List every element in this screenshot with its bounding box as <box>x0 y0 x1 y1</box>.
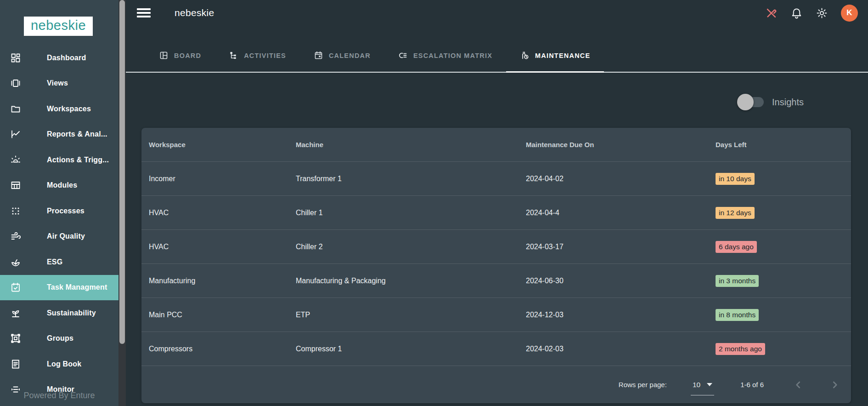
sidebar-item-workspaces[interactable]: Workspaces <box>0 96 118 122</box>
cell-machine: Chiller 2 <box>288 243 519 251</box>
rows-per-page-select[interactable]: 10 <box>691 381 714 389</box>
days-left-badge: 2 months ago <box>716 343 765 355</box>
column-header-machine: Machine <box>288 141 519 149</box>
rows-per-page-label: Rows per page: <box>619 381 667 389</box>
sidebar-scrollbar-thumb[interactable] <box>119 0 125 344</box>
cell-workspace: HVAC <box>141 209 288 217</box>
table-row: HVAC Chiller 2 2024-03-17 6 days ago <box>141 229 851 263</box>
cell-workspace: HVAC <box>141 243 288 251</box>
days-left-badge: 6 days ago <box>716 241 757 253</box>
table-header-row: WorkspaceMachineMaintenance Due OnDays L… <box>141 128 851 161</box>
table-row: Compressors Compressor 1 2024-02-03 2 mo… <box>141 332 851 366</box>
settings-button[interactable] <box>816 7 828 19</box>
logo-text: nebeskie <box>31 19 86 32</box>
sidebar-item-task-managment[interactable]: Task Managment <box>0 275 118 301</box>
avatar[interactable]: K <box>841 5 858 22</box>
days-left-badge: in 3 months <box>716 275 759 287</box>
insights-toggle[interactable] <box>737 94 765 110</box>
notifications-button[interactable] <box>790 7 803 19</box>
tab-activities[interactable]: ACTIVITIES <box>215 39 300 72</box>
maintenance-icon <box>520 51 530 60</box>
escalation-matrix-icon <box>398 51 408 60</box>
tab-calendar[interactable]: CALENDAR <box>300 39 384 72</box>
cell-maintenance-due: 2024-12-03 <box>519 311 708 319</box>
pagination-range: 1-6 of 6 <box>740 381 764 389</box>
sidebar-item-label: Workspaces <box>47 105 91 113</box>
tab-label: ESCALATION MATRIX <box>413 52 492 59</box>
task-management-icon <box>10 282 21 293</box>
sidebar-item-label: Groups <box>47 334 73 343</box>
sidebar-item-label: Monitor <box>47 385 74 394</box>
previous-page-button[interactable] <box>792 379 804 391</box>
tab-label: ACTIVITIES <box>244 52 286 59</box>
sidebar-item-label: Log Book <box>47 360 81 368</box>
days-left-badge: in 12 days <box>716 207 755 219</box>
maintenance-table: WorkspaceMachineMaintenance Due OnDays L… <box>141 128 851 403</box>
sidebar-item-modules[interactable]: Modules <box>0 173 118 199</box>
sidebar-item-log-book[interactable]: Log Book <box>0 351 118 377</box>
next-page-button[interactable] <box>829 379 841 391</box>
edit-off-button[interactable] <box>765 7 778 19</box>
sidebar-item-label: Air Quality <box>47 232 85 240</box>
sidebar-item-monitor[interactable]: Monitor <box>0 377 118 403</box>
tab-label: BOARD <box>174 52 201 59</box>
sidebar-item-label: Processes <box>47 207 85 215</box>
table-row: HVAC Chiller 1 2024-04-4 in 12 days <box>141 195 851 229</box>
tab-label: CALENDAR <box>329 52 371 59</box>
sidebar-item-label: ESG <box>47 258 62 266</box>
cell-maintenance-due: 2024-06-30 <box>519 277 708 285</box>
table-header: WorkspaceMachineMaintenance Due OnDays L… <box>141 128 851 161</box>
column-header-workspace: Workspace <box>141 141 288 149</box>
cell-days-left: in 3 months <box>708 275 851 287</box>
cell-days-left: in 12 days <box>708 207 851 219</box>
sidebar-item-air-quality[interactable]: Air Quality <box>0 224 118 250</box>
calendar-icon <box>314 51 323 60</box>
menu-toggle-button[interactable] <box>137 8 151 17</box>
activities-icon <box>229 51 238 60</box>
table-row: Incomer Transformer 1 2024-04-02 in 10 d… <box>141 161 851 195</box>
topbar-actions: K <box>765 5 858 22</box>
cell-workspace: Incomer <box>141 175 288 183</box>
sidebar-item-label: Task Managment <box>47 283 107 292</box>
sidebar-item-views[interactable]: Views <box>0 71 118 97</box>
modules-icon <box>10 180 21 191</box>
sidebar-item-label: Sustainability <box>47 309 96 317</box>
tab-maintenance[interactable]: MAINTENANCE <box>506 39 604 72</box>
cell-machine: Compressor 1 <box>288 345 519 353</box>
sidebar-item-actions-trigg[interactable]: Actions & Trigg... <box>0 147 118 173</box>
caret-down-icon <box>707 383 712 386</box>
sidebar-item-label: Dashboard <box>47 54 86 62</box>
cell-machine: Transformer 1 <box>288 175 519 183</box>
table-footer: Rows per page: 10 1-6 of 6 <box>141 366 851 403</box>
logo: nebeskie <box>24 17 93 36</box>
tab-escalation-matrix[interactable]: ESCALATION MATRIX <box>384 39 506 72</box>
sustainability-icon <box>10 308 21 319</box>
cell-days-left: in 10 days <box>708 173 851 185</box>
topbar: nebeskie K <box>126 0 868 26</box>
sidebar-item-dashboard[interactable]: Dashboard <box>0 45 118 71</box>
tab-content: Insights WorkspaceMachineMaintenance Due… <box>126 73 868 403</box>
days-left-badge: in 8 months <box>716 309 759 321</box>
cell-days-left: 6 days ago <box>708 241 851 253</box>
sidebar-item-sustainability[interactable]: Sustainability <box>0 300 118 326</box>
cell-maintenance-due: 2024-02-03 <box>519 345 708 353</box>
cell-machine: ETP <box>288 311 519 319</box>
main-area: nebeskie K BOARD ACTIVITIES CALENDAR ESC… <box>126 0 868 406</box>
groups-icon <box>10 333 21 344</box>
sidebar-menu: Dashboard Views Workspaces Reports & Ana… <box>0 45 118 402</box>
cell-maintenance-due: 2024-04-02 <box>519 175 708 183</box>
tab-board[interactable]: BOARD <box>145 39 215 72</box>
toggle-thumb <box>737 94 754 110</box>
cell-workspace: Main PCC <box>141 311 288 319</box>
cell-days-left: 2 months ago <box>708 343 851 355</box>
app-title: nebeskie <box>175 7 214 18</box>
sidebar-item-groups[interactable]: Groups <box>0 326 118 352</box>
processes-icon <box>10 206 21 217</box>
tab-bar: BOARD ACTIVITIES CALENDAR ESCALATION MAT… <box>126 39 868 73</box>
cell-workspace: Manufacturing <box>141 277 288 285</box>
sidebar-item-esg[interactable]: ESG <box>0 249 118 275</box>
cell-machine: Chiller 1 <box>288 209 519 217</box>
rows-per-page-value: 10 <box>693 381 700 389</box>
sidebar-item-reports-anal[interactable]: Reports & Anal... <box>0 122 118 148</box>
sidebar-item-processes[interactable]: Processes <box>0 198 118 224</box>
